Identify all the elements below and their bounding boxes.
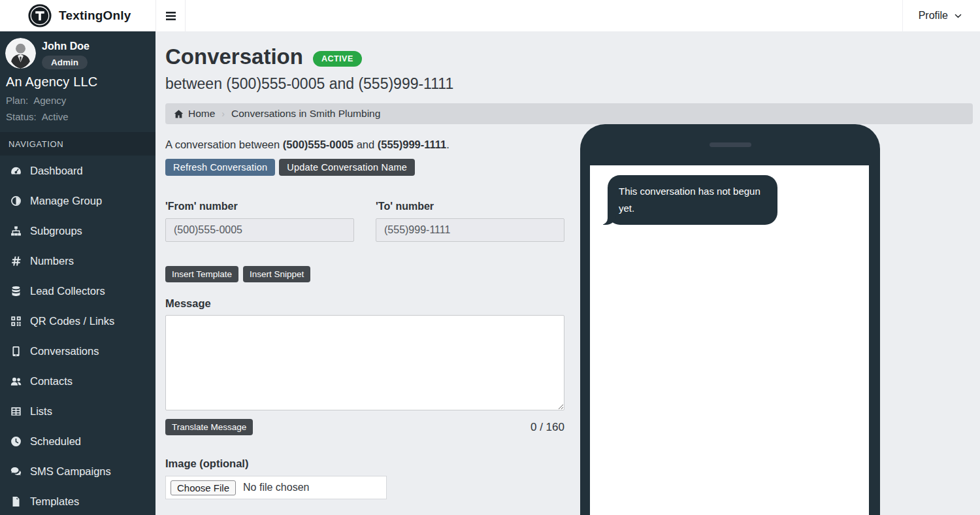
sidebar-item-label: Subgroups: [30, 225, 82, 237]
breadcrumb: Home › Conversations in Smith Plumbing: [165, 103, 973, 124]
sidebar-item-qr-codes-links[interactable]: QR Codes / Links: [0, 306, 155, 336]
sidebar-item-lists[interactable]: Lists: [0, 396, 155, 426]
sidebar-item-contacts[interactable]: Contacts: [0, 366, 155, 396]
from-number-field[interactable]: [165, 218, 354, 242]
main-content: Conversation ACTIVE between (500)555-000…: [155, 31, 980, 515]
to-number-label: 'To' number: [376, 201, 564, 212]
sidebar-item-label: QR Codes / Links: [30, 315, 114, 327]
sidebar-item-label: Templates: [30, 495, 79, 508]
profile-menu-button[interactable]: Profile: [902, 0, 980, 31]
phone-mockup: This conversation has not begun yet.: [580, 124, 880, 515]
topbar: TextingOnly Profile: [0, 0, 980, 31]
breadcrumb-separator: ›: [221, 108, 225, 119]
textingonly-logo: [28, 4, 52, 27]
sidebar-item-label: Manage Group: [30, 195, 102, 207]
sidebar-item-templates[interactable]: Templates: [0, 486, 155, 515]
hamburger-icon: [165, 11, 176, 21]
insert-snippet-button[interactable]: Insert Snippet: [243, 266, 310, 282]
sidebar-item-numbers[interactable]: Numbers: [0, 246, 155, 276]
sidebar-item-label: Contacts: [30, 375, 73, 388]
user-block: John Doe Admin: [0, 31, 155, 69]
file-icon: [8, 496, 23, 507]
update-conversation-name-button[interactable]: Update Conversation Name: [279, 159, 415, 176]
comments-icon: [8, 466, 23, 477]
users-icon: [8, 376, 23, 387]
summary-prefix: A conversation between: [165, 139, 283, 150]
user-avatar: [5, 38, 36, 69]
mobile-icon: [8, 346, 23, 357]
table-icon: [8, 406, 23, 417]
plan-label: Plan:: [6, 95, 28, 106]
page-subtitle: between (500)555-0005 and (555)999-1111: [165, 75, 973, 93]
sidebar: John Doe Admin An Agency LLC Plan:Agency…: [0, 31, 155, 515]
org-name: An Agency LLC: [0, 75, 155, 90]
choose-file-button[interactable]: Choose File: [171, 480, 236, 495]
sidebar-toggle-button[interactable]: [155, 0, 186, 31]
page-title: Conversation: [165, 45, 303, 69]
sidebar-item-scheduled[interactable]: Scheduled: [0, 426, 155, 456]
sidebar-item-label: SMS Campaigns: [30, 465, 111, 478]
sidebar-nav: DashboardManage GroupSubgroupsNumbersLea…: [0, 156, 155, 515]
home-icon: [174, 109, 184, 119]
adjust-icon: [8, 195, 23, 207]
summary-suffix: .: [446, 139, 449, 150]
sidebar-item-dashboard[interactable]: Dashboard: [0, 156, 155, 186]
breadcrumb-home-link[interactable]: Home: [174, 108, 215, 120]
image-file-input[interactable]: Choose File No file chosen: [165, 476, 387, 499]
qrcode-icon: [8, 316, 23, 327]
chat-bubble: This conversation has not begun yet.: [608, 175, 777, 225]
insert-template-button[interactable]: Insert Template: [165, 266, 238, 282]
sidebar-item-sms-campaigns[interactable]: SMS Campaigns: [0, 456, 155, 486]
brand-name: TextingOnly: [59, 8, 131, 23]
breadcrumb-home-label: Home: [188, 108, 215, 120]
hashtag-icon: [8, 256, 23, 267]
sidebar-item-subgroups[interactable]: Subgroups: [0, 216, 155, 246]
sidebar-item-label: Numbers: [30, 255, 74, 267]
profile-label: Profile: [919, 10, 948, 22]
status-value: Active: [42, 111, 69, 122]
to-number-field[interactable]: [376, 218, 564, 242]
plan-row: Plan:Agency: [0, 95, 155, 106]
translate-message-button[interactable]: Translate Message: [165, 419, 253, 435]
plan-value: Agency: [33, 95, 66, 106]
sidebar-item-conversations[interactable]: Conversations: [0, 336, 155, 366]
summary-middle: and: [353, 139, 378, 150]
refresh-conversation-button[interactable]: Refresh Conversation: [165, 159, 275, 176]
summary-to-number: (555)999-1111: [378, 139, 447, 150]
breadcrumb-current: Conversations in Smith Plumbing: [231, 108, 380, 120]
summary-from-number: (500)555-0005: [283, 139, 353, 150]
sidebar-item-label: Conversations: [30, 345, 99, 357]
sidebar-item-lead-collectors[interactable]: Lead Collectors: [0, 276, 155, 306]
character-counter: 0 / 160: [531, 421, 564, 434]
phone-speaker: [710, 142, 751, 147]
chevron-down-icon: [954, 12, 962, 20]
clock-icon: [8, 436, 23, 447]
topbar-spacer: [186, 0, 902, 31]
sidebar-item-label: Lists: [30, 405, 52, 418]
from-number-label: 'From' number: [165, 201, 354, 212]
sitemap-icon: [8, 225, 23, 237]
user-name: John Doe: [42, 38, 90, 52]
role-badge: Admin: [42, 56, 88, 69]
sidebar-item-label: Lead Collectors: [30, 285, 105, 297]
status-row: Status:Active: [0, 111, 155, 122]
file-chosen-status: No file chosen: [243, 482, 309, 493]
sidebar-item-label: Scheduled: [30, 435, 81, 448]
message-textarea[interactable]: [165, 315, 564, 410]
status-label: Status:: [6, 111, 37, 122]
tachometer-icon: [8, 165, 23, 176]
sidebar-item-manage-group[interactable]: Manage Group: [0, 186, 155, 216]
phone-screen: This conversation has not begun yet.: [590, 165, 869, 515]
brand[interactable]: TextingOnly: [0, 0, 155, 31]
database-icon: [8, 286, 23, 297]
nav-section-header: NAVIGATION: [0, 132, 155, 156]
status-badge: ACTIVE: [313, 51, 362, 67]
sidebar-item-label: Dashboard: [30, 165, 83, 177]
